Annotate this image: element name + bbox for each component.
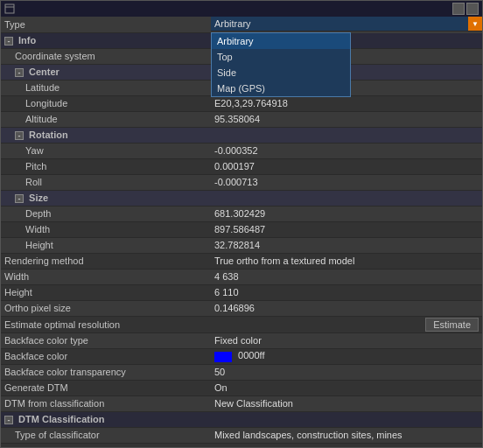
prop-label: Generate DTM (4, 382, 68, 393)
dropdown-option[interactable]: Side (212, 65, 350, 80)
minimize-button[interactable] (452, 3, 465, 15)
window: Type Arbitrary ▼ - Info Coordinate syste… (0, 0, 483, 448)
collapse-icon[interactable]: - (4, 37, 13, 46)
prop-label: Pitch (25, 161, 46, 172)
prop-label: Coordinate system (15, 51, 95, 61)
dropdown-option[interactable]: Map (GPS) (212, 80, 350, 96)
prop-label: Altitude (25, 114, 58, 124)
prop-value: Soft edges (214, 445, 261, 447)
prop-label: Height (4, 287, 32, 298)
section-label: DTM Classification (18, 414, 104, 424)
title-bar-left (4, 4, 18, 14)
prop-value: Fixed color (214, 335, 262, 346)
subsection-label: Center (29, 66, 60, 77)
collapse-icon[interactable]: - (15, 131, 24, 140)
dropdown-option[interactable]: Top (212, 49, 350, 65)
content-area: Type Arbitrary ▼ - Info Coordinate syste… (1, 17, 482, 447)
title-buttons (452, 3, 479, 15)
prop-label: Type of classificator (15, 430, 100, 440)
dropdown-option[interactable]: Arbitrary (212, 33, 350, 49)
prop-label: Height (25, 240, 53, 250)
prop-label: DTM from classification (4, 398, 104, 409)
prop-value: 50 (214, 367, 225, 377)
prop-value: Mixed landscapes, construction sites, mi… (214, 430, 402, 440)
prop-label: Width (4, 271, 29, 282)
prop-label: Ortho pixel size (4, 303, 71, 313)
prop-value: -0.000352 (214, 145, 258, 156)
section-label: Info (18, 35, 36, 46)
prop-label: Latitude (25, 82, 60, 93)
prop-value: True ortho from a textured model (214, 256, 354, 266)
prop-label: Estimate optimal resolution (4, 319, 120, 330)
prop-value: 4 638 (214, 271, 239, 282)
prop-value: 6 110 (214, 287, 239, 298)
prop-label: Type (4, 19, 25, 30)
prop-label: Roll (25, 177, 42, 187)
prop-label: Yaw (25, 145, 44, 156)
prop-value: 0.000197 (214, 161, 255, 172)
prop-value: 0.146896 (214, 303, 255, 313)
prop-label: Type of postprocessor (15, 445, 109, 447)
prop-value: New Classification (214, 398, 293, 409)
color-swatch[interactable] (214, 352, 232, 362)
prop-value: 95.358064 (214, 114, 260, 124)
subsection-label: Rotation (29, 130, 68, 140)
prop-label: Backface color transparency (4, 367, 126, 377)
prop-value: 681.302429 (214, 208, 265, 219)
prop-value: -0.000713 (214, 177, 258, 187)
prop-label: Longitude (25, 98, 67, 108)
prop-label: Backface color (4, 351, 67, 361)
prop-value: E20,3,29.764918 (214, 98, 288, 108)
prop-label: Depth (25, 208, 51, 219)
collapse-icon[interactable]: - (15, 68, 24, 77)
prop-label: Width (25, 224, 50, 234)
window-icon (4, 4, 15, 14)
prop-value: 897.586487 (214, 224, 265, 234)
svg-rect-0 (5, 4, 14, 13)
estimate-button[interactable]: Estimate (425, 318, 479, 332)
prop-value: On (214, 382, 228, 393)
dropdown-arrow-icon[interactable]: ▼ (468, 17, 482, 31)
prop-label: Backface color type (4, 335, 88, 346)
collapse-icon[interactable]: - (15, 194, 24, 203)
collapse-icon[interactable]: - (4, 416, 13, 424)
close-button[interactable] (466, 3, 479, 15)
type-value: Arbitrary (211, 18, 468, 29)
type-dropdown[interactable]: ArbitraryTopSideMap (GPS) (211, 32, 351, 97)
title-bar (1, 1, 482, 17)
subsection-label: Size (29, 192, 48, 203)
color-value: 0000ff (238, 350, 264, 360)
prop-label: Rendering method (4, 256, 84, 266)
prop-value: 32.782814 (214, 240, 260, 250)
